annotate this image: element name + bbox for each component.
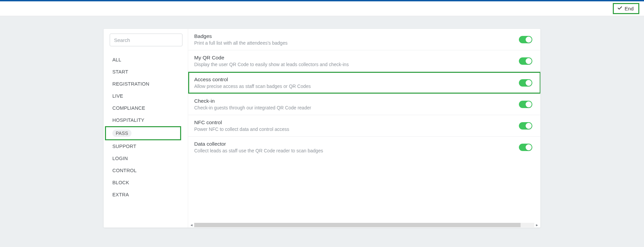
- end-button[interactable]: End: [613, 3, 639, 14]
- setting-text: My QR CodeDisplay the user QR Code to ea…: [194, 55, 519, 67]
- sidebar-item-support[interactable]: SUPPORT: [110, 140, 184, 152]
- sidebar-item-label: PASS: [112, 130, 131, 137]
- setting-text: NFC controlPower NFC to collect data and…: [194, 119, 519, 132]
- sidebar: ALLSTARTREGISTRATIONLIVECOMPLIANCEHOSPIT…: [104, 29, 188, 228]
- sidebar-item-label: REGISTRATION: [112, 81, 149, 87]
- setting-description: Check-in guests through our integrated Q…: [194, 105, 519, 110]
- toggle-switch[interactable]: [519, 57, 532, 65]
- sidebar-item-hospitality[interactable]: HOSPITALITY: [110, 114, 184, 126]
- sidebar-item-label: CONTROL: [112, 168, 137, 173]
- sidebar-item-start[interactable]: START: [110, 66, 184, 78]
- sidebar-item-label: LIVE: [112, 93, 123, 99]
- end-button-label: End: [625, 6, 634, 11]
- sidebar-item-login[interactable]: LOGIN: [110, 152, 184, 164]
- setting-title: My QR Code: [194, 55, 519, 61]
- setting-title: Access control: [194, 77, 519, 83]
- setting-row-nfc-control: NFC controlPower NFC to collect data and…: [188, 115, 540, 137]
- setting-description: Print a full list with all the attendees…: [194, 40, 519, 46]
- setting-row-access-control: Access controlAllow precise access as st…: [188, 72, 540, 94]
- setting-text: Check-inCheck-in guests through our inte…: [194, 98, 519, 110]
- category-list: ALLSTARTREGISTRATIONLIVECOMPLIANCEHOSPIT…: [110, 54, 184, 201]
- toggle-switch[interactable]: [519, 79, 532, 87]
- setting-row-my-qr-code: My QR CodeDisplay the user QR Code to ea…: [188, 50, 540, 72]
- sidebar-item-all[interactable]: ALL: [110, 54, 184, 66]
- settings-content: BadgesPrint a full list with all the att…: [188, 29, 540, 228]
- scroll-track[interactable]: [194, 223, 534, 227]
- sidebar-item-compliance[interactable]: COMPLIANCE: [110, 102, 184, 114]
- sidebar-item-label: LOGIN: [112, 156, 128, 161]
- setting-row-data-collector: Data collectorCollect leads as staff use…: [188, 137, 540, 158]
- toggle-switch[interactable]: [519, 36, 532, 43]
- settings-panel: ALLSTARTREGISTRATIONLIVECOMPLIANCEHOSPIT…: [104, 29, 540, 228]
- setting-text: Access controlAllow precise access as st…: [194, 77, 519, 89]
- sidebar-item-live[interactable]: LIVE: [110, 90, 184, 102]
- toggle-switch[interactable]: [519, 122, 532, 130]
- setting-row-check-in: Check-inCheck-in guests through our inte…: [188, 94, 540, 115]
- sidebar-item-label: HOSPITALITY: [112, 117, 144, 123]
- toggle-switch[interactable]: [519, 144, 532, 151]
- setting-title: Data collector: [194, 141, 519, 147]
- search-input[interactable]: [110, 34, 182, 46]
- scroll-right-arrow-icon[interactable]: ►: [534, 223, 540, 227]
- toggle-switch[interactable]: [519, 101, 532, 108]
- check-icon: [617, 5, 623, 12]
- scroll-thumb[interactable]: [194, 223, 521, 227]
- sidebar-item-registration[interactable]: REGISTRATION: [110, 78, 184, 90]
- setting-title: Badges: [194, 33, 519, 39]
- scroll-left-arrow-icon[interactable]: ◄: [189, 223, 194, 227]
- setting-title: NFC control: [194, 119, 519, 126]
- sidebar-item-label: SUPPORT: [112, 144, 136, 149]
- sidebar-item-label: ALL: [112, 57, 121, 62]
- setting-description: Collect leads as staff use the QR Code r…: [194, 148, 519, 153]
- horizontal-scrollbar[interactable]: ◄ ►: [188, 222, 540, 228]
- sidebar-item-control[interactable]: CONTROL: [110, 164, 184, 177]
- setting-description: Display the user QR Code to easily show …: [194, 62, 519, 67]
- setting-description: Power NFC to collect data and control ac…: [194, 127, 519, 132]
- setting-row-badges: BadgesPrint a full list with all the att…: [188, 29, 540, 50]
- sidebar-item-label: START: [112, 69, 128, 75]
- sidebar-item-label: BLOCK: [112, 180, 129, 185]
- sidebar-item-label: COMPLIANCE: [112, 105, 145, 111]
- sidebar-item-label: EXTRA: [112, 192, 129, 197]
- setting-title: Check-in: [194, 98, 519, 104]
- setting-text: Data collectorCollect leads as staff use…: [194, 141, 519, 153]
- sidebar-item-pass[interactable]: PASS: [105, 126, 181, 140]
- header-bar: End: [0, 1, 644, 16]
- sidebar-item-extra[interactable]: EXTRA: [110, 189, 184, 201]
- setting-description: Allow precise access as staff scan badge…: [194, 84, 519, 89]
- setting-text: BadgesPrint a full list with all the att…: [194, 33, 519, 46]
- sidebar-item-block[interactable]: BLOCK: [110, 177, 184, 189]
